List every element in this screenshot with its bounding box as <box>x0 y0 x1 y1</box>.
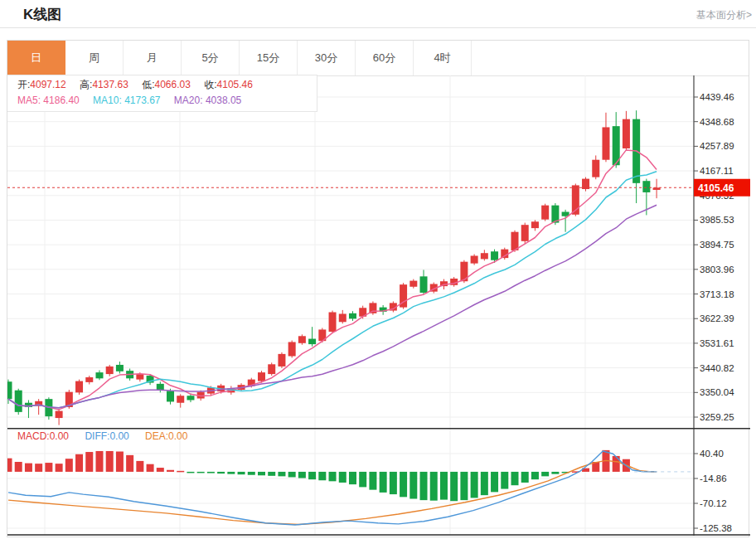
macd-legend: MACD:0.00 <box>17 430 69 442</box>
ma5-legend: MA5: 4186.40 <box>17 95 80 106</box>
svg-text:3803.96: 3803.96 <box>700 265 734 274</box>
svg-text:3622.39: 3622.39 <box>700 313 734 323</box>
svg-text:3440.82: 3440.82 <box>700 363 734 373</box>
tab-15min[interactable]: 15分 <box>240 41 298 75</box>
high-label: 高: <box>80 79 92 90</box>
open-label: 开: <box>17 79 30 90</box>
close-label: 收: <box>204 79 216 90</box>
svg-text:4167.11: 4167.11 <box>700 166 734 176</box>
tab-month[interactable]: 月 <box>124 41 182 75</box>
macd-histogram <box>7 450 630 501</box>
tab-day[interactable]: 日 <box>7 41 65 75</box>
svg-text:4105.46: 4105.46 <box>698 182 734 194</box>
tab-week[interactable]: 周 <box>65 41 124 75</box>
svg-text:-125.38: -125.38 <box>700 523 732 533</box>
diff-legend: DIFF:0.00 <box>85 430 128 442</box>
low-label: 低: <box>142 79 154 90</box>
svg-text:3985.53: 3985.53 <box>700 215 734 225</box>
ma10-legend: MA10: 4173.67 <box>93 95 160 106</box>
svg-text:-14.86: -14.86 <box>700 473 727 483</box>
svg-text:3713.18: 3713.18 <box>700 289 734 299</box>
page-title: K线图 <box>23 5 61 24</box>
svg-text:3350.04: 3350.04 <box>700 387 734 397</box>
ohlc-row: 开:4097.12 高:4137.63 低:4066.03 收:4105.46 <box>17 77 317 93</box>
period-tabs: 日 周 月 5分 15分 30分 60分 4时 <box>7 41 749 76</box>
ohlc-info-box: 开:4097.12 高:4137.63 低:4066.03 收:4105.46 … <box>7 75 317 112</box>
tab-5min[interactable]: 5分 <box>182 41 240 75</box>
svg-text:4439.46: 4439.46 <box>700 92 734 102</box>
main-candlestick-chart[interactable]: 4439.464348.684257.894167.114076.323985.… <box>7 75 750 428</box>
close-value: 4105.46 <box>217 79 253 90</box>
svg-text:-70.12: -70.12 <box>700 498 727 508</box>
dea-line <box>8 460 657 524</box>
svg-text:3259.25: 3259.25 <box>700 412 734 422</box>
main-y-axis: 4439.464348.684257.894167.114076.323985.… <box>694 75 734 428</box>
ma20-line <box>8 205 657 407</box>
svg-text:3894.75: 3894.75 <box>700 240 734 250</box>
open-value: 4097.12 <box>30 79 65 90</box>
ma-row: MA5: 4186.40 MA10: 4173.67 MA20: 4038.05 <box>17 93 317 109</box>
dea-legend: DEA:0.00 <box>145 430 187 442</box>
ma10-line <box>8 172 657 408</box>
candles <box>7 110 661 425</box>
tab-60min[interactable]: 60分 <box>356 41 414 75</box>
last-price-tag: 4105.46 <box>694 179 750 197</box>
main-gridlines <box>7 75 694 428</box>
svg-text:3531.61: 3531.61 <box>700 338 734 348</box>
macd-info-row: MACD:0.00 DIFF:0.00 DEA:0.00 <box>7 430 201 442</box>
high-value: 4137.63 <box>92 79 128 90</box>
svg-text:40.40: 40.40 <box>700 449 724 459</box>
tab-4hour[interactable]: 4时 <box>414 41 472 75</box>
diff-line <box>8 451 657 525</box>
svg-text:4348.68: 4348.68 <box>700 117 734 127</box>
svg-text:4257.89: 4257.89 <box>700 141 734 151</box>
fundamental-analysis-link[interactable]: 基本面分析> <box>696 8 752 22</box>
macd-chart[interactable]: 40.40-14.86-70.12-125.38 <box>7 428 750 538</box>
kline-panel: 日 周 月 5分 15分 30分 60分 4时 开:4097.12 高:4137… <box>7 40 749 537</box>
header-divider <box>0 27 756 28</box>
tab-30min[interactable]: 30分 <box>298 41 356 75</box>
low-value: 4066.03 <box>155 79 191 90</box>
macd-y-axis: 40.40-14.86-70.12-125.38 <box>694 428 732 536</box>
ma20-legend: MA20: 4038.05 <box>174 95 241 106</box>
